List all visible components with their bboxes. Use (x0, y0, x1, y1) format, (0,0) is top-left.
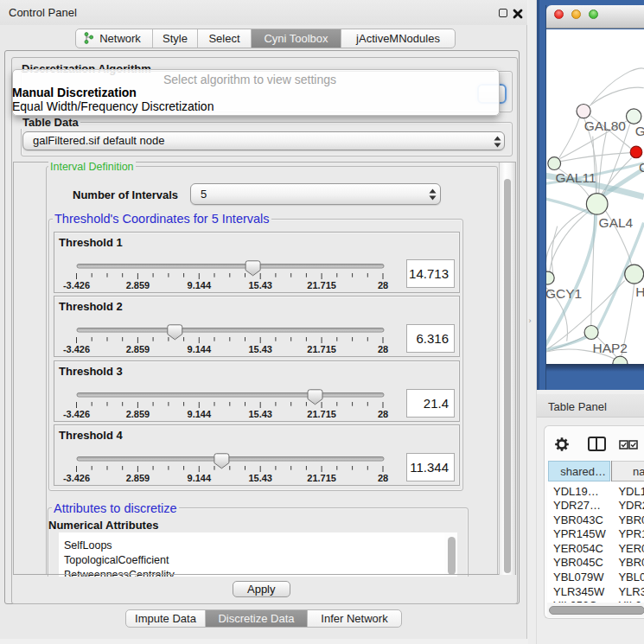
svg-text:9.144: 9.144 (188, 473, 212, 483)
svg-text:-3.426: -3.426 (63, 280, 90, 290)
svg-text:2.859: 2.859 (126, 280, 150, 290)
svg-text:HAP2: HAP2 (593, 341, 628, 355)
svg-text:21.715: 21.715 (307, 409, 336, 419)
svg-text:HA: HA (636, 284, 644, 299)
svg-text:15.43: 15.43 (248, 344, 272, 354)
svg-text:2.859: 2.859 (126, 409, 150, 419)
svg-text:28: 28 (378, 344, 388, 354)
svg-text:15.43: 15.43 (248, 280, 272, 290)
svg-text:GAL: GAL (635, 124, 644, 138)
svg-text:-3.426: -3.426 (63, 344, 90, 354)
svg-text:15.43: 15.43 (248, 473, 272, 483)
svg-text:GCY1: GCY1 (546, 286, 582, 301)
svg-text:9.144: 9.144 (188, 409, 212, 419)
svg-text:-3.426: -3.426 (63, 409, 90, 419)
svg-text:2.859: 2.859 (126, 344, 150, 354)
svg-text:21.715: 21.715 (307, 473, 336, 483)
svg-text:GAL11: GAL11 (556, 170, 596, 185)
svg-text:GAL80: GAL80 (584, 118, 626, 133)
svg-text:28: 28 (378, 409, 388, 419)
svg-text:15.43: 15.43 (248, 409, 272, 419)
svg-text:28: 28 (378, 473, 388, 483)
svg-text:21.715: 21.715 (307, 344, 336, 354)
svg-text:GA: GA (639, 160, 644, 175)
svg-text:GAL4: GAL4 (599, 215, 634, 230)
svg-text:-3.426: -3.426 (63, 473, 90, 483)
svg-text:9.144: 9.144 (188, 344, 212, 354)
svg-text:21.715: 21.715 (307, 280, 336, 290)
svg-text:28: 28 (378, 280, 388, 290)
svg-text:9.144: 9.144 (188, 280, 212, 290)
svg-text:2.859: 2.859 (126, 473, 150, 483)
